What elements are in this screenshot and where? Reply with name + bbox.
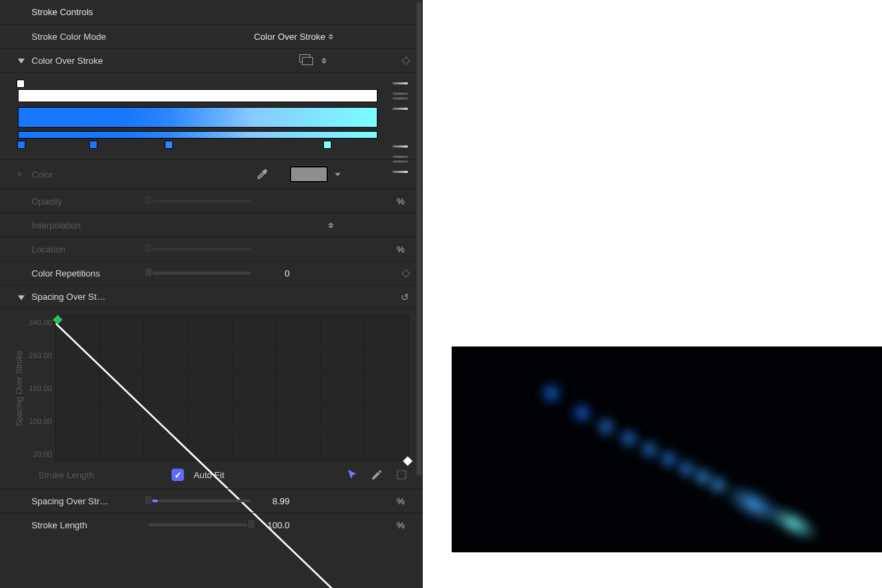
- y-axis-ticks: 340.00 260.00 180.00 100.00 20.00: [29, 316, 55, 461]
- stroke-color-mode-label: Stroke Color Mode: [32, 32, 141, 42]
- reverse-opacity-button[interactable]: [393, 97, 408, 110]
- keyframe-diamond-icon[interactable]: [402, 269, 410, 278]
- opacity-label: Opacity: [32, 196, 141, 207]
- color-gradient-bar[interactable]: [18, 107, 378, 128]
- gradient-stop[interactable]: [323, 141, 332, 149]
- opacity-stop-handle[interactable]: [16, 80, 25, 88]
- curve-keyframe-start[interactable]: [53, 315, 62, 325]
- y-tick: 260.00: [29, 351, 52, 360]
- unit-label: %: [397, 196, 409, 207]
- stroke-controls-header: Stroke Controls: [0, 0, 423, 24]
- keyframe-diamond-icon[interactable]: [402, 56, 410, 65]
- dropdown-arrows-icon: [328, 34, 334, 40]
- disclosure-toggle[interactable]: [18, 169, 23, 180]
- svg-line-0: [56, 323, 408, 588]
- color-reps-label: Color Repetitions: [32, 268, 141, 279]
- stroke-length-value[interactable]: 100.0: [258, 520, 292, 530]
- location-label: Location: [32, 244, 141, 255]
- preset-arrows-icon: [321, 58, 327, 64]
- color-label: Color: [32, 169, 141, 180]
- spacing-over-label: Spacing Over St…: [32, 292, 141, 302]
- unit-label: %: [397, 496, 409, 506]
- scrollbar[interactable]: [417, 2, 421, 475]
- section-title: Stroke Controls: [32, 7, 93, 17]
- gradient-stop[interactable]: [165, 141, 173, 149]
- unit-label: %: [397, 244, 409, 255]
- color-row: Color: [0, 159, 423, 189]
- dropdown-arrows-icon: [328, 222, 334, 228]
- canvas-preview: [452, 346, 882, 552]
- svg-marker-1: [53, 315, 62, 325]
- curve-editor[interactable]: [55, 316, 409, 461]
- curve-line: [56, 316, 408, 588]
- reset-icon[interactable]: ↺: [401, 292, 409, 303]
- y-tick: 20.00: [29, 450, 52, 458]
- gradient-preview-bar: [18, 131, 378, 139]
- opacity-row: Opacity %: [0, 189, 423, 213]
- color-reps-value[interactable]: 0: [258, 268, 292, 279]
- y-axis-label: Spacing Over Stroke: [14, 351, 24, 427]
- color-swatch[interactable]: [290, 166, 328, 183]
- stroke-length-slider[interactable]: [148, 524, 251, 526]
- spacing-over-slider[interactable]: [148, 499, 251, 502]
- stroke-color-mode-row: Stroke Color Mode Color Over Stroke: [0, 24, 423, 48]
- spacing-over-stroke-header: Spacing Over St… ↺: [0, 285, 423, 309]
- spacing-curve-section: Spacing Over Stroke 340.00 260.00 180.00…: [0, 309, 423, 489]
- gradient-stop[interactable]: [89, 141, 97, 149]
- color-over-stroke-header: Color Over Stroke: [0, 48, 423, 72]
- color-over-stroke-label: Color Over Stroke: [32, 56, 141, 66]
- color-reps-slider[interactable]: [148, 272, 251, 274]
- svg-point-4: [538, 380, 564, 406]
- inspector-panel: Stroke Controls Stroke Color Mode Color …: [0, 0, 423, 588]
- svg-marker-2: [403, 456, 413, 466]
- stroke-length-value-row: Stroke Length 100.0 %: [0, 513, 423, 537]
- opacity-gradient-bar[interactable]: [18, 89, 378, 102]
- opacity-slider: [148, 200, 251, 202]
- disclosure-toggle[interactable]: [18, 292, 25, 302]
- interpolation-label: Interpolation: [32, 220, 141, 231]
- svg-point-6: [594, 415, 618, 438]
- eyedropper-icon[interactable]: [255, 167, 269, 181]
- swatch-menu-icon[interactable]: [335, 173, 340, 176]
- unit-label: %: [397, 520, 409, 530]
- gradient-stop[interactable]: [17, 141, 25, 149]
- distribute-color-button[interactable]: [393, 145, 408, 158]
- gradient-stops-track[interactable]: [18, 139, 378, 151]
- color-repetitions-row: Color Repetitions 0: [0, 261, 423, 285]
- gradient-editor: [0, 72, 423, 159]
- y-tick: 340.00: [29, 318, 52, 327]
- spacing-over-value-label: Spacing Over Str…: [32, 496, 141, 506]
- y-tick: 180.00: [29, 384, 52, 392]
- stroke-length-label: Stroke Length: [32, 520, 141, 530]
- location-row: Location %: [0, 237, 423, 261]
- spacing-over-stroke-value-row: Spacing Over Str… 8.99 %: [0, 489, 423, 513]
- svg-point-5: [570, 401, 594, 425]
- svg-point-7: [617, 427, 640, 450]
- disclosure-toggle[interactable]: [18, 56, 25, 66]
- y-tick: 100.00: [29, 417, 52, 425]
- interpolation-row: Interpolation: [0, 213, 423, 237]
- curve-keyframe-end[interactable]: [403, 456, 413, 466]
- stroke-color-mode-value: Color Over Stroke: [254, 32, 325, 42]
- gradient-preset-button[interactable]: [297, 53, 318, 68]
- location-slider: [148, 248, 251, 250]
- spacing-over-value[interactable]: 8.99: [258, 496, 292, 506]
- distribute-opacity-button[interactable]: [393, 82, 408, 95]
- stroke-color-mode-dropdown[interactable]: Color Over Stroke: [141, 32, 416, 42]
